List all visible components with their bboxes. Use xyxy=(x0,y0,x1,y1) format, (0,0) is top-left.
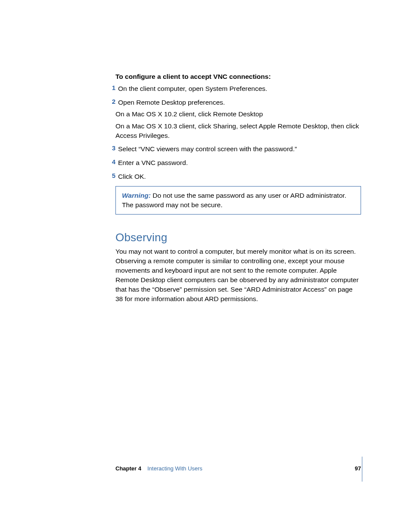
step: 5Click OK. xyxy=(115,172,361,181)
step-row: 2Open Remote Desktop preferences. xyxy=(115,98,361,107)
step-subtext: On a Mac OS X 10.2 client, click Remote … xyxy=(115,109,361,119)
step-row: 3Select “VNC viewers may control screen … xyxy=(115,144,361,154)
step-text: Open Remote Desktop preferences. xyxy=(118,98,361,107)
warning-text: Do not use the same password as any user… xyxy=(122,192,346,208)
step-row: 4Enter a VNC password. xyxy=(115,158,361,168)
step-subtext: On a Mac OS X 10.3 client, click Sharing… xyxy=(115,121,361,140)
steps-list: 1On the client computer, open System Pre… xyxy=(115,84,361,181)
step-text: Enter a VNC password. xyxy=(118,158,361,168)
section-heading: Observing xyxy=(115,231,361,244)
step: 2Open Remote Desktop preferences.On a Ma… xyxy=(115,98,361,140)
step: 1On the client computer, open System Pre… xyxy=(115,84,361,93)
step: 3Select “VNC viewers may control screen … xyxy=(115,144,361,154)
step-number: 5 xyxy=(107,172,115,181)
page-number: 97 xyxy=(355,465,361,472)
warning-box: Warning: Do not use the same password as… xyxy=(115,186,361,214)
step-text: Click OK. xyxy=(118,172,361,181)
chapter-title: Interacting With Users xyxy=(147,465,202,472)
footer-left: Chapter 4 Interacting With Users xyxy=(115,465,202,472)
step-text: On the client computer, open System Pref… xyxy=(118,84,361,93)
step-number: 4 xyxy=(107,158,115,168)
page-content: To configure a client to accept VNC conn… xyxy=(115,72,361,304)
instruction-heading: To configure a client to accept VNC conn… xyxy=(115,72,361,81)
chapter-label: Chapter 4 xyxy=(115,465,141,472)
section-body: You may not want to control a computer, … xyxy=(115,247,361,304)
step-number: 3 xyxy=(107,144,115,154)
step-row: 5Click OK. xyxy=(115,172,361,181)
step-number: 2 xyxy=(107,98,115,107)
footer-rule xyxy=(362,457,362,482)
step-row: 1On the client computer, open System Pre… xyxy=(115,84,361,93)
step: 4Enter a VNC password. xyxy=(115,158,361,168)
step-number: 1 xyxy=(107,84,115,93)
step-text: Select “VNC viewers may control screen w… xyxy=(118,144,361,154)
page-footer: Chapter 4 Interacting With Users 97 xyxy=(115,465,361,472)
warning-label: Warning: xyxy=(122,192,151,199)
